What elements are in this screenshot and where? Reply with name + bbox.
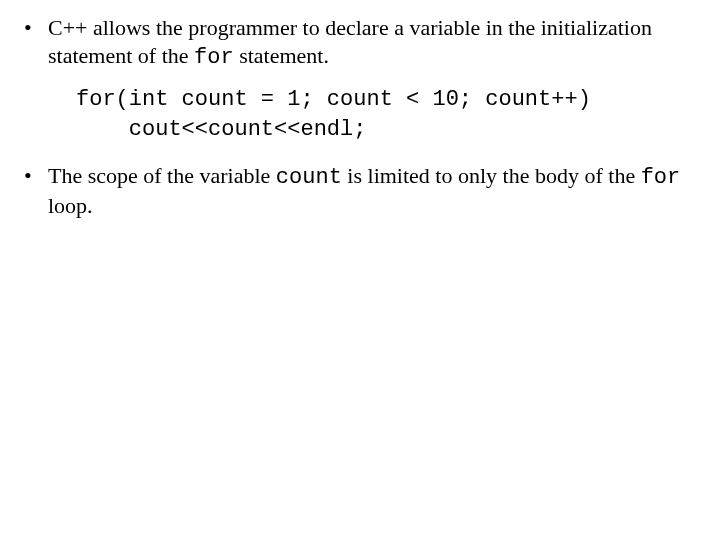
- bullet-1-text-post: statement.: [234, 43, 329, 68]
- bullet-1-text-pre: C++ allows the programmer to declare a v…: [48, 15, 652, 68]
- code-line-2: cout<<count<<endl;: [76, 117, 366, 142]
- code-line-1: for(int count = 1; count < 10; count++): [76, 87, 591, 112]
- bullet-item-2: The scope of the variable count is limit…: [20, 162, 700, 219]
- bullet-2-text-mid: is limited to only the body of the: [342, 163, 641, 188]
- bullet-2-code-for: for: [641, 165, 681, 190]
- bullet-1-code-for: for: [194, 45, 234, 70]
- bullet-list: C++ allows the programmer to declare a v…: [20, 14, 700, 219]
- code-example: for(int count = 1; count < 10; count++) …: [76, 85, 700, 144]
- bullet-2-text-post: loop.: [48, 193, 93, 218]
- bullet-2-code-count: count: [276, 165, 342, 190]
- bullet-item-1: C++ allows the programmer to declare a v…: [20, 14, 700, 144]
- bullet-2-text-pre: The scope of the variable: [48, 163, 276, 188]
- slide-body: C++ allows the programmer to declare a v…: [0, 0, 720, 257]
